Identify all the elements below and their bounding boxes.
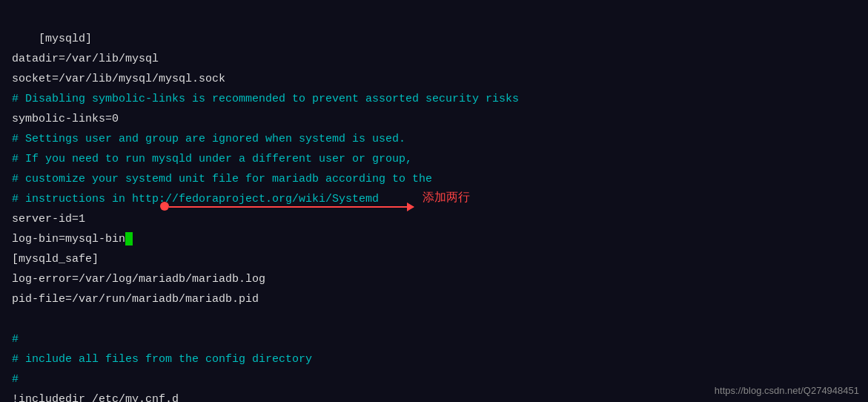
line-pid-file: pid-file=/var/run/mariadb/mariadb.pid (12, 293, 259, 306)
line-hash1: # (12, 333, 19, 346)
cursor-block (125, 232, 133, 246)
line-mysqld: [mysqld] (39, 33, 92, 45)
line-comment-instructions: # instructions in http://fedoraproject.o… (12, 193, 379, 205)
watermark: https://blog.csdn.net/Q274948451 (715, 385, 859, 396)
line-comment-if: # If you need to run mysqld under a diff… (12, 153, 412, 165)
line-socket: socket=/var/lib/mysql/mysql.sock (12, 73, 225, 85)
line-log-error: log-error=/var/log/mariadb/mariadb.log (12, 273, 265, 286)
line-log-bin: log-bin=mysql-bin (12, 233, 133, 246)
code-content: [mysqld] datadir=/var/lib/mysql socket=/… (12, 9, 856, 402)
line-includedir: !includedir /etc/my.cnf.d (12, 393, 179, 402)
line-mysqld-safe: [mysqld_safe] (12, 253, 99, 266)
line-server-id: server-id=1 (12, 213, 85, 225)
line-comment-customize: # customize your systemd unit file for m… (12, 173, 432, 185)
line-datadir: datadir=/var/lib/mysql (12, 53, 159, 65)
line-symlinks: symbolic-links=0 (12, 113, 119, 125)
line-comment-include: # include all files from the config dire… (12, 353, 312, 366)
line-comment-symlinks: # Disabling symbolic-links is recommende… (12, 93, 519, 105)
line-comment-settings: # Settings user and group are ignored wh… (12, 133, 405, 145)
line-hash2: # (12, 373, 19, 386)
terminal-window: [mysqld] datadir=/var/lib/mysql socket=/… (0, 0, 868, 402)
